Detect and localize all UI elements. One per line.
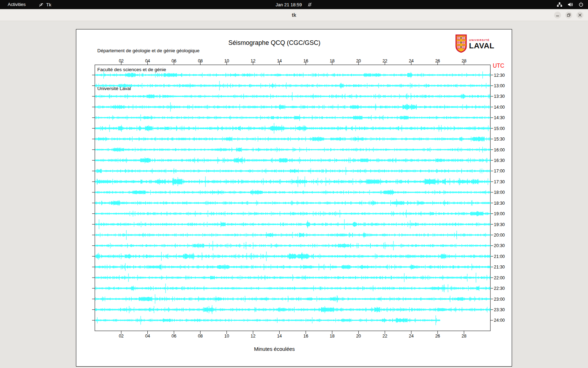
power-icon: [578, 2, 584, 7]
x-tick-label-top: 18: [330, 59, 335, 63]
seismogram-trace: [95, 252, 490, 261]
x-tick-label-top: 10: [224, 59, 229, 63]
row-time-label: 21:30: [494, 265, 505, 270]
system-status-area[interactable]: [556, 0, 584, 9]
row-time-label: 15:30: [494, 137, 505, 142]
x-tick-label-bottom: 02: [119, 334, 124, 339]
row-time-label: 20:00: [494, 233, 505, 238]
row-time-label: 18:00: [494, 190, 505, 195]
seismogram-plot: 0202040406060808101012121414161618182020…: [76, 29, 512, 367]
x-tick-label-bottom: 06: [172, 334, 176, 339]
screen: Activities Tk Jan 21 18:59: [0, 0, 588, 368]
seismogram-trace: [95, 273, 490, 282]
tk-icon: [38, 2, 44, 7]
window-content: Département de géologie et de génie géol…: [0, 21, 588, 368]
seismogram-trace: [95, 305, 490, 314]
x-tick-label-top: 22: [383, 59, 387, 63]
x-tick-label-top: 08: [198, 59, 203, 63]
focused-app-menu[interactable]: Tk: [38, 0, 51, 9]
x-tick-label-top: 14: [277, 59, 282, 63]
seismogram-trace: [95, 210, 490, 217]
seismogram-trace: [95, 294, 490, 304]
seismogram-trace: [95, 157, 490, 164]
seismogram-trace: [95, 176, 490, 187]
focused-app-name: Tk: [46, 2, 51, 7]
x-tick-label-top: 24: [409, 59, 414, 63]
activities-button[interactable]: Activities: [6, 0, 27, 9]
row-time-label: 22:00: [494, 275, 505, 280]
row-time-label: 17:30: [494, 179, 505, 184]
x-tick-label-bottom: 18: [330, 334, 335, 339]
x-tick-label-top: 28: [462, 59, 467, 63]
seismogram-trace: [95, 102, 490, 111]
seismogram-trace: [95, 71, 490, 79]
seismogram-trace: [95, 263, 490, 271]
x-tick-label-top: 26: [435, 59, 440, 63]
x-tick-label-top: 16: [303, 59, 308, 63]
row-time-label: 23:30: [494, 307, 505, 312]
window-title: tk: [0, 9, 588, 21]
close-button[interactable]: [576, 12, 583, 19]
x-tick-label-bottom: 26: [435, 334, 440, 339]
seismogram-trace: [95, 167, 490, 175]
x-tick-label-bottom: 08: [198, 334, 203, 339]
minimize-button[interactable]: [554, 12, 561, 19]
seismogram-trace: [95, 136, 490, 142]
row-time-label: 14:00: [494, 105, 505, 110]
x-tick-label-top: 04: [145, 59, 150, 63]
seismogram-trace: [95, 189, 490, 195]
x-tick-label-top: 06: [172, 59, 176, 63]
bell-slash-icon: [307, 2, 313, 7]
x-tick-label-top: 20: [356, 59, 361, 63]
plot-frame: [95, 65, 490, 331]
seismogram-trace: [95, 92, 490, 101]
utc-axis-label: UTC: [493, 63, 504, 69]
row-time-label: 21:00: [494, 254, 505, 259]
row-time-label: 19:30: [494, 222, 505, 227]
row-time-label: 23:00: [494, 297, 505, 302]
x-tick-label-bottom: 12: [251, 334, 255, 339]
x-tick-label-bottom: 14: [277, 334, 282, 339]
row-time-label: 13:30: [494, 94, 505, 99]
maximize-button[interactable]: [565, 12, 572, 19]
seismogram-trace: [95, 219, 490, 230]
seismogram-trace: [95, 230, 490, 240]
x-tick-label-bottom: 16: [303, 334, 308, 339]
gnome-top-bar: Activities Tk Jan 21 18:59: [0, 0, 588, 9]
x-axis-label: Minutes écoulées: [254, 346, 295, 352]
x-tick-label-top: 12: [251, 59, 255, 63]
row-time-label: 20:30: [494, 243, 505, 248]
x-tick-label-bottom: 22: [383, 334, 387, 339]
x-tick-label-top: 02: [119, 59, 124, 63]
seismogram-trace: [95, 81, 490, 90]
row-time-label: 22:30: [494, 286, 505, 291]
row-time-label: 16:00: [494, 148, 505, 152]
window-titlebar[interactable]: tk: [0, 9, 588, 21]
seismograph-panel: Département de géologie et de génie géol…: [76, 29, 512, 367]
x-tick-label-bottom: 20: [356, 334, 361, 339]
seismogram-trace: [95, 115, 490, 121]
row-time-label: 12:30: [494, 73, 505, 78]
seismogram-trace: [95, 315, 440, 325]
seismogram-trace: [95, 199, 490, 207]
row-time-label: 17:00: [494, 169, 505, 173]
x-tick-label-bottom: 04: [145, 334, 150, 339]
row-time-label: 18:30: [494, 201, 505, 206]
volume-icon: [567, 2, 573, 7]
seismogram-trace: [95, 123, 490, 134]
x-tick-label-bottom: 24: [409, 334, 414, 339]
x-tick-label-bottom: 10: [224, 334, 229, 339]
row-time-label: 13:00: [494, 83, 505, 88]
seismogram-trace: [95, 241, 490, 250]
row-time-label: 24:00: [494, 318, 505, 323]
row-time-label: 14:30: [494, 115, 505, 120]
network-icon: [556, 2, 562, 7]
clock[interactable]: Jan 21 18:59: [275, 2, 302, 7]
seismogram-trace: [95, 284, 490, 293]
row-time-label: 19:00: [494, 211, 505, 216]
row-time-label: 15:00: [494, 126, 505, 131]
row-time-label: 16:30: [494, 158, 505, 163]
seismogram-trace: [95, 147, 490, 153]
x-tick-label-bottom: 28: [462, 334, 467, 339]
